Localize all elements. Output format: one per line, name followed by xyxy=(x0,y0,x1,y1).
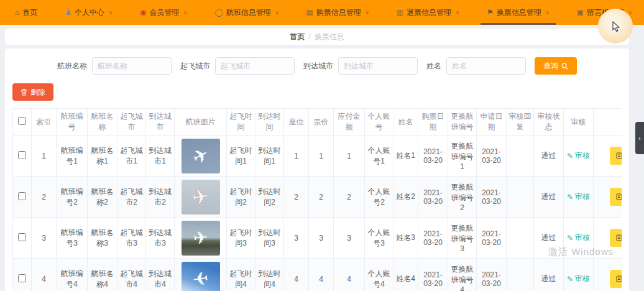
breadcrumb: 首页 / 换票信息 xyxy=(5,29,629,45)
amount-cell: 3 xyxy=(334,218,365,259)
row-checkbox[interactable] xyxy=(18,274,26,282)
flight-image-cell: ✈ xyxy=(175,177,227,218)
row-checkbox[interactable] xyxy=(18,192,26,200)
audit-link[interactable]: ✎审核 xyxy=(567,150,590,161)
column-header: 票价 xyxy=(309,109,334,136)
airplane-icon: ✈ xyxy=(192,227,209,249)
select-all-checkbox[interactable] xyxy=(18,117,26,125)
collapse-panel-toggle[interactable]: ‹ xyxy=(635,122,644,154)
audit-link[interactable]: ✎审核 xyxy=(567,233,590,243)
arrive_time-cell: 到达时间4 xyxy=(255,259,284,291)
ticket-icon: ▤ xyxy=(306,9,313,16)
document-icon xyxy=(616,275,622,282)
apply_date-cell: 2021-03-20 xyxy=(477,259,507,291)
depart_city-cell: 起飞城市4 xyxy=(117,259,146,291)
detail-button[interactable]: 详情 xyxy=(610,147,622,165)
breadcrumb-separator: / xyxy=(308,32,310,41)
arrive_time-cell: 到达时间3 xyxy=(255,218,284,259)
row-select-cell xyxy=(13,136,32,177)
search-field-3: 姓名 xyxy=(426,57,526,75)
price-cell: 3 xyxy=(309,218,334,259)
search-input-3[interactable] xyxy=(446,57,526,75)
audit-link[interactable]: ✎审核 xyxy=(567,274,590,284)
user-icon: ♟ xyxy=(65,9,71,16)
review_status-cell: 通过 xyxy=(534,218,564,259)
buy_date-cell: 2021-03-20 xyxy=(418,177,448,218)
breadcrumb-current: 换票信息 xyxy=(315,32,344,42)
action-cell: 详情 xyxy=(594,177,622,218)
nav-item-flight[interactable]: ◯航班信息管理∨ xyxy=(206,0,287,25)
name-cell: 姓名2 xyxy=(393,177,418,218)
search-field-label: 姓名 xyxy=(426,61,441,72)
chevron-down-icon: ∨ xyxy=(628,10,632,16)
pencil-icon: ✎ xyxy=(567,193,573,201)
new_flight_no-cell: 更换航班编号1 xyxy=(448,136,477,177)
depart_time-cell: 起飞时间4 xyxy=(227,259,255,291)
detail-button[interactable]: 详情 xyxy=(610,229,622,247)
chevron-down-icon: ∨ xyxy=(366,10,369,16)
breadcrumb-home[interactable]: 首页 xyxy=(290,32,305,42)
price-cell: 4 xyxy=(309,259,334,291)
chevron-down-icon: ∨ xyxy=(546,10,550,16)
search-input-2[interactable] xyxy=(338,57,418,75)
depart_city-cell: 起飞城市3 xyxy=(117,218,146,259)
account-cell: 个人账号1 xyxy=(365,136,393,177)
review_reply-cell xyxy=(507,259,534,291)
flight_no-cell: 航班编号1 xyxy=(57,136,88,177)
refund-icon: ▥ xyxy=(397,9,403,16)
chevron-down-icon: ∨ xyxy=(275,10,279,16)
column-header: 航班图片 xyxy=(175,109,227,136)
row-checkbox[interactable] xyxy=(18,151,26,159)
airplane-icon: ✈ xyxy=(191,184,211,210)
search-icon xyxy=(561,63,568,70)
column-header: 应付金额 xyxy=(334,109,365,136)
nav-item-member[interactable]: ◉会员管理∨ xyxy=(131,0,196,25)
new_flight_no-cell: 更换航班编号4 xyxy=(448,259,477,291)
depart_time-cell: 起飞时间1 xyxy=(227,136,255,177)
table-row: 1航班编号1航班名称1起飞城市1到达城市1✈起飞时间1到达时间1111个人账号1… xyxy=(13,136,622,177)
review_reply-cell xyxy=(507,218,534,259)
detail-button[interactable]: 详情 xyxy=(610,270,622,288)
name-cell: 姓名1 xyxy=(393,136,418,177)
nav-item-user[interactable]: ♟个人中心∨ xyxy=(56,0,121,25)
flight-photo: ✈ xyxy=(182,262,220,291)
search-input-0[interactable] xyxy=(92,57,172,75)
pencil-icon: ✎ xyxy=(567,152,573,160)
search-form: 航班名称起飞城市到达城市姓名查询 xyxy=(12,55,622,82)
index-cell: 1 xyxy=(32,136,57,177)
detail-button[interactable]: 详情 xyxy=(610,188,622,206)
audit-link[interactable]: ✎审核 xyxy=(567,192,590,202)
document-icon xyxy=(616,152,622,159)
nav-item-refund[interactable]: ▥退票信息管理∨ xyxy=(388,0,468,25)
nav-item-home[interactable]: ⌂首页 xyxy=(6,0,46,25)
account-cell: 个人账号4 xyxy=(365,259,393,291)
search-input-1[interactable] xyxy=(215,57,295,75)
row-checkbox[interactable] xyxy=(18,233,26,241)
flight-icon: ◯ xyxy=(214,9,223,16)
home-icon: ⌂ xyxy=(15,9,19,16)
apply_date-cell: 2021-03-20 xyxy=(477,218,507,259)
arrive_city-cell: 到达城市1 xyxy=(146,136,175,177)
flight_name-cell: 航班名称3 xyxy=(88,218,117,259)
name-cell: 姓名4 xyxy=(393,259,418,291)
amount-cell: 2 xyxy=(334,177,365,218)
action-cell: 详情 xyxy=(594,136,622,177)
pencil-icon: ✎ xyxy=(567,275,573,284)
nav-item-ticket[interactable]: ▤购票信息管理∨ xyxy=(298,0,378,25)
arrive_time-cell: 到达时间2 xyxy=(255,177,284,218)
nav-item-exchange[interactable]: ⚑换票信息管理∨ xyxy=(478,0,558,25)
column-header: 到达城市 xyxy=(146,109,175,136)
delete-button[interactable]: 删除 xyxy=(12,83,53,101)
apply_date-cell: 2021-03-20 xyxy=(477,177,507,218)
flight_no-cell: 航班编号3 xyxy=(57,218,88,259)
depart_city-cell: 起飞城市2 xyxy=(117,177,146,218)
column-header: 座位 xyxy=(284,109,309,136)
index-cell: 3 xyxy=(32,218,57,259)
action-cell: 详情 xyxy=(594,218,622,259)
query-button[interactable]: 查询 xyxy=(535,57,577,75)
index-cell: 2 xyxy=(32,177,57,218)
member-icon: ◉ xyxy=(140,9,146,16)
index-cell: 4 xyxy=(32,259,57,291)
depart_time-cell: 起飞时间3 xyxy=(227,218,255,259)
pencil-icon: ✎ xyxy=(567,234,573,242)
